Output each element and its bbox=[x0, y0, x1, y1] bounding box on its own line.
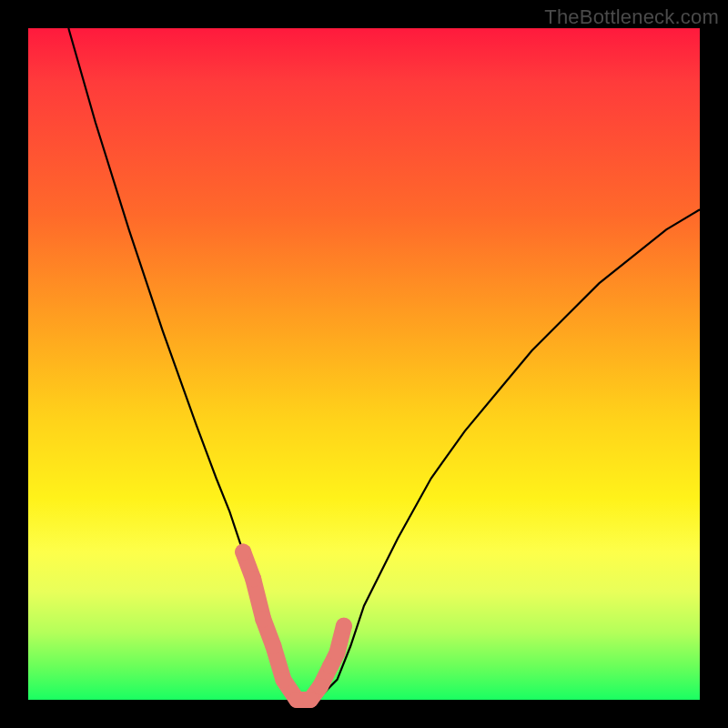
watermark-text: TheBottleneck.com bbox=[544, 5, 719, 29]
curve-marker bbox=[245, 571, 261, 587]
chart-frame: TheBottleneck.com bbox=[0, 0, 728, 728]
plot-area bbox=[28, 28, 700, 700]
bottleneck-curve bbox=[28, 28, 700, 700]
curve-marker bbox=[255, 611, 271, 627]
curve-path bbox=[68, 28, 700, 700]
curve-path-group bbox=[68, 28, 700, 700]
curve-marker bbox=[275, 672, 291, 688]
curve-marker bbox=[329, 644, 346, 661]
curve-marker bbox=[336, 618, 352, 634]
curve-marker bbox=[265, 638, 281, 654]
curve-marker bbox=[312, 678, 329, 694]
curve-marker bbox=[302, 692, 318, 708]
curve-marker bbox=[235, 544, 251, 561]
